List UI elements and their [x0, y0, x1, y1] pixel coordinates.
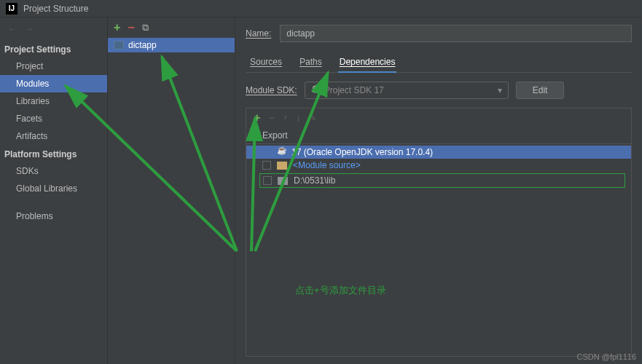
dep-module-source-label: <Module source> [293, 160, 361, 170]
sidebar-item-sdks[interactable]: SDKs [0, 162, 107, 180]
back-icon[interactable]: ← [7, 23, 17, 34]
edit-dependency-icon[interactable]: ✎ [309, 113, 316, 123]
sdk-row: Module SDK: Project SDK 17 ▾ Edit [246, 82, 632, 99]
deps-header: Export [246, 127, 631, 144]
sidebar-item-modules[interactable]: Modules [0, 75, 107, 92]
deps-toolbar: + − ↑ ↓ ✎ [246, 108, 631, 127]
tab-sources[interactable]: Sources [248, 52, 283, 73]
details-panel: Name: Sources Paths Dependencies Module … [235, 17, 642, 364]
tabs: Sources Paths Dependencies [246, 52, 632, 73]
remove-module-icon[interactable]: − [128, 21, 134, 34]
dep-row-lib-highlight: D:\0531\lib [259, 173, 625, 188]
deps-list: 17 (Oracle OpenJDK version 17.0.4) <Modu… [246, 144, 631, 356]
remove-dependency-icon[interactable]: − [269, 113, 274, 123]
deps-container: + − ↑ ↓ ✎ Export 17 (Oracle OpenJDK vers… [246, 108, 632, 357]
sdk-select[interactable]: Project SDK 17 ▾ [305, 82, 509, 99]
sidebar-item-artifacts[interactable]: Artifacts [0, 127, 107, 145]
add-module-icon[interactable]: + [114, 21, 120, 34]
tab-dependencies[interactable]: Dependencies [338, 52, 397, 73]
section-platform-settings: Platform Settings [0, 145, 107, 162]
add-dependency-icon[interactable]: + [254, 111, 260, 124]
intellij-icon: IJ [6, 3, 17, 15]
name-row: Name: [246, 25, 632, 42]
chevron-down-icon: ▾ [498, 85, 502, 95]
title-bar: IJ Project Structure [0, 0, 642, 17]
dep-row-module-source[interactable]: <Module source> [246, 159, 631, 172]
module-toolbar: + − ⧉ [108, 17, 235, 38]
sdk-label: Module SDK: [246, 85, 297, 95]
move-down-icon[interactable]: ↓ [296, 113, 300, 123]
sidebar-item-facets[interactable]: Facets [0, 110, 107, 127]
dep-checkbox[interactable] [262, 161, 271, 170]
sdk-value: Project SDK 17 [324, 85, 384, 95]
sidebar-item-project[interactable]: Project [0, 58, 107, 75]
sidebar-item-global-libraries[interactable]: Global Libraries [0, 180, 107, 197]
dep-sdk-label: 17 (Oracle OpenJDK version 17.0.4) [291, 147, 433, 157]
forward-icon[interactable]: → [24, 23, 34, 34]
module-list-panel: + − ⧉ dictapp [108, 17, 235, 364]
java-icon [311, 85, 320, 95]
tab-paths[interactable]: Paths [298, 52, 324, 73]
module-item-dictapp[interactable]: dictapp [108, 38, 235, 52]
sidebar: ← → Project Settings Project Modules Lib… [0, 17, 108, 364]
dep-row-sdk[interactable]: 17 (Oracle OpenJDK version 17.0.4) [246, 146, 631, 159]
window-title: Project Structure [23, 4, 88, 14]
main-layout: ← → Project Settings Project Modules Lib… [0, 17, 642, 364]
annotation-text: 点击+号添加文件目录 [295, 284, 386, 297]
edit-sdk-button[interactable]: Edit [516, 82, 565, 99]
folder-icon [277, 162, 287, 170]
nav-arrows: ← → [0, 17, 107, 40]
name-input[interactable] [280, 25, 632, 42]
module-item-label: dictapp [128, 40, 157, 50]
sidebar-item-libraries[interactable]: Libraries [0, 92, 107, 110]
folder-icon [278, 177, 288, 185]
watermark: CSDN @fpl1116 [577, 352, 636, 361]
move-up-icon[interactable]: ↑ [283, 113, 287, 123]
java-icon [277, 147, 286, 157]
dep-checkbox[interactable] [263, 176, 272, 185]
dep-lib-label: D:\0531\lib [294, 175, 335, 186]
sidebar-item-problems[interactable]: Problems [0, 207, 107, 225]
name-label: Name: [246, 28, 271, 39]
module-folder-icon [114, 41, 124, 50]
section-project-settings: Project Settings [0, 40, 107, 58]
copy-module-icon[interactable]: ⧉ [142, 22, 149, 33]
